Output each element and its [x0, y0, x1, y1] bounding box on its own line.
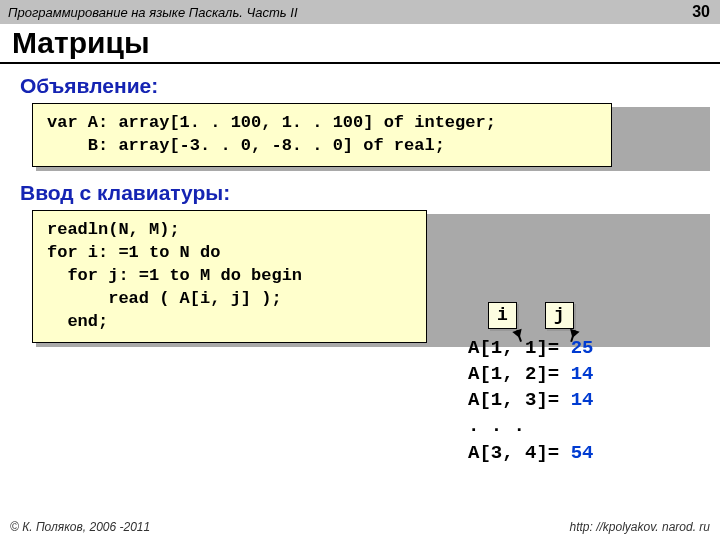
row-lhs: A[1, 1]= — [468, 337, 559, 359]
row-lhs: . . . — [468, 415, 525, 437]
row-lhs: A[3, 4]= — [468, 442, 559, 464]
content: Объявление: var A: array[1. . 100, 1. . … — [0, 64, 720, 343]
var-i-box: i — [488, 302, 517, 329]
copyright: © К. Поляков, 2006 -2011 — [10, 520, 150, 534]
input-code: readln(N, M); for i: =1 to N do for j: =… — [32, 210, 427, 343]
output-row: A[3, 4]= 54 — [468, 440, 593, 466]
example-output: i j A[1, 1]= 25A[1, 2]= 14A[1, 3]= 14 . … — [468, 302, 593, 466]
slide-header: Программирование на языке Паскаль. Часть… — [0, 0, 720, 24]
output-row: A[1, 3]= 14 — [468, 387, 593, 413]
slide-footer: © К. Поляков, 2006 -2011 http: //kpolyak… — [0, 520, 720, 534]
var-j-box: j — [545, 302, 574, 329]
page-number: 30 — [692, 3, 710, 21]
declaration-label: Объявление: — [20, 74, 706, 98]
row-value: 14 — [571, 363, 594, 385]
footer-url: http: //kpolyakov. narod. ru — [569, 520, 710, 534]
page-title: Матрицы — [0, 24, 720, 64]
declaration-code: var A: array[1. . 100, 1. . 100] of inte… — [32, 103, 612, 167]
index-labels: i j — [488, 302, 593, 329]
row-lhs: A[1, 3]= — [468, 389, 559, 411]
arrow-icon — [516, 330, 522, 342]
output-rows: A[1, 1]= 25A[1, 2]= 14A[1, 3]= 14 . . .A… — [468, 335, 593, 466]
header-title: Программирование на языке Паскаль. Часть… — [8, 5, 298, 20]
row-value: 14 — [571, 389, 594, 411]
declaration-codebox: var A: array[1. . 100, 1. . 100] of inte… — [32, 103, 706, 167]
output-row: . . . — [468, 413, 593, 439]
input-label: Ввод с клавиатуры: — [20, 181, 706, 205]
output-row: A[1, 2]= 14 — [468, 361, 593, 387]
arrow-icon — [570, 330, 576, 342]
row-value: 54 — [571, 442, 594, 464]
input-codebox: readln(N, M); for i: =1 to N do for j: =… — [32, 210, 706, 343]
row-lhs: A[1, 2]= — [468, 363, 559, 385]
